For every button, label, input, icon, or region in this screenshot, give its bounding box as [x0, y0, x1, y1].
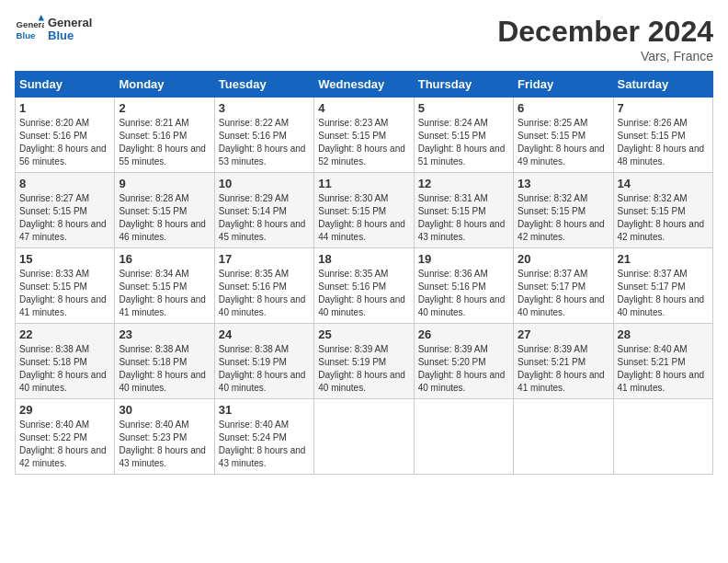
calendar-table: Sunday Monday Tuesday Wednesday Thursday…	[15, 71, 713, 475]
day-number: 10	[219, 177, 310, 190]
day-info: Sunrise: 8:20 AMSunset: 5:16 PMDaylight:…	[19, 117, 110, 168]
day-number: 16	[119, 252, 210, 266]
day-cell: 6Sunrise: 8:25 AMSunset: 5:15 PMDaylight…	[514, 98, 613, 173]
day-number: 30	[119, 403, 210, 417]
day-cell	[613, 399, 712, 475]
day-info: Sunrise: 8:26 AMSunset: 5:15 PMDaylight:…	[618, 117, 709, 168]
col-friday: Friday	[514, 72, 613, 98]
svg-text:Blue: Blue	[17, 30, 36, 40]
day-info: Sunrise: 8:36 AMSunset: 5:16 PMDaylight:…	[418, 268, 509, 319]
day-cell: 31Sunrise: 8:40 AMSunset: 5:24 PMDayligh…	[214, 399, 313, 475]
day-cell: 29Sunrise: 8:40 AMSunset: 5:22 PMDayligh…	[16, 399, 115, 475]
day-info: Sunrise: 8:39 AMSunset: 5:21 PMDaylight:…	[518, 343, 609, 395]
day-cell: 17Sunrise: 8:35 AMSunset: 5:16 PMDayligh…	[214, 248, 313, 324]
day-info: Sunrise: 8:35 AMSunset: 5:16 PMDaylight:…	[219, 268, 310, 319]
day-number: 4	[318, 101, 409, 115]
day-number: 12	[418, 177, 509, 190]
day-info: Sunrise: 8:25 AMSunset: 5:15 PMDaylight:…	[518, 117, 609, 168]
day-number: 5	[418, 101, 509, 115]
day-info: Sunrise: 8:38 AMSunset: 5:18 PMDaylight:…	[19, 343, 110, 395]
col-thursday: Thursday	[414, 72, 513, 98]
day-number: 3	[219, 101, 310, 115]
day-info: Sunrise: 8:32 AMSunset: 5:15 PMDaylight:…	[518, 192, 609, 244]
day-number: 6	[518, 101, 609, 115]
day-info: Sunrise: 8:30 AMSunset: 5:15 PMDaylight:…	[318, 192, 409, 244]
day-cell: 5Sunrise: 8:24 AMSunset: 5:15 PMDaylight…	[414, 98, 513, 173]
day-cell: 8Sunrise: 8:27 AMSunset: 5:15 PMDaylight…	[16, 173, 115, 248]
day-cell: 1Sunrise: 8:20 AMSunset: 5:16 PMDaylight…	[16, 98, 115, 173]
day-cell: 12Sunrise: 8:31 AMSunset: 5:15 PMDayligh…	[414, 173, 513, 248]
day-cell: 20Sunrise: 8:37 AMSunset: 5:17 PMDayligh…	[514, 248, 613, 324]
header-row: Sunday Monday Tuesday Wednesday Thursday…	[16, 72, 713, 98]
day-number: 22	[19, 327, 110, 341]
logo-icon: General Blue	[15, 15, 44, 44]
day-info: Sunrise: 8:27 AMSunset: 5:15 PMDaylight:…	[19, 192, 110, 244]
title-block: December 2024 Vars, France	[497, 15, 713, 63]
day-number: 26	[418, 327, 509, 341]
day-number: 28	[618, 327, 709, 341]
day-info: Sunrise: 8:40 AMSunset: 5:24 PMDaylight:…	[219, 419, 310, 470]
day-info: Sunrise: 8:40 AMSunset: 5:22 PMDaylight:…	[19, 419, 110, 470]
day-cell	[514, 399, 613, 475]
day-number: 19	[418, 252, 509, 266]
logo-blue: Blue	[48, 29, 92, 42]
day-cell: 13Sunrise: 8:32 AMSunset: 5:15 PMDayligh…	[514, 173, 613, 248]
day-cell: 2Sunrise: 8:21 AMSunset: 5:16 PMDaylight…	[115, 98, 214, 173]
day-number: 31	[219, 403, 310, 417]
day-cell: 16Sunrise: 8:34 AMSunset: 5:15 PMDayligh…	[115, 248, 214, 324]
day-info: Sunrise: 8:21 AMSunset: 5:16 PMDaylight:…	[119, 117, 210, 168]
day-cell: 30Sunrise: 8:40 AMSunset: 5:23 PMDayligh…	[115, 399, 214, 475]
week-row-2: 8Sunrise: 8:27 AMSunset: 5:15 PMDaylight…	[16, 173, 713, 248]
week-row-5: 29Sunrise: 8:40 AMSunset: 5:22 PMDayligh…	[16, 399, 713, 475]
day-cell	[314, 399, 414, 475]
col-tuesday: Tuesday	[214, 72, 313, 98]
day-cell: 15Sunrise: 8:33 AMSunset: 5:15 PMDayligh…	[16, 248, 115, 324]
day-info: Sunrise: 8:39 AMSunset: 5:20 PMDaylight:…	[418, 343, 509, 395]
day-cell: 27Sunrise: 8:39 AMSunset: 5:21 PMDayligh…	[514, 324, 613, 399]
col-wednesday: Wednesday	[314, 72, 414, 98]
day-cell	[414, 399, 513, 475]
day-cell: 26Sunrise: 8:39 AMSunset: 5:20 PMDayligh…	[414, 324, 513, 399]
day-number: 15	[19, 252, 110, 266]
day-number: 11	[318, 177, 409, 190]
day-info: Sunrise: 8:24 AMSunset: 5:15 PMDaylight:…	[418, 117, 509, 168]
col-saturday: Saturday	[613, 72, 712, 98]
day-info: Sunrise: 8:22 AMSunset: 5:16 PMDaylight:…	[219, 117, 310, 168]
day-number: 18	[318, 252, 409, 266]
day-info: Sunrise: 8:40 AMSunset: 5:23 PMDaylight:…	[119, 419, 210, 470]
day-info: Sunrise: 8:35 AMSunset: 5:16 PMDaylight:…	[318, 268, 409, 319]
day-info: Sunrise: 8:31 AMSunset: 5:15 PMDaylight:…	[418, 192, 509, 244]
location: Vars, France	[497, 49, 713, 63]
day-cell: 24Sunrise: 8:38 AMSunset: 5:19 PMDayligh…	[214, 324, 313, 399]
svg-marker-2	[39, 15, 44, 20]
day-number: 13	[518, 177, 609, 190]
col-sunday: Sunday	[16, 72, 115, 98]
day-info: Sunrise: 8:38 AMSunset: 5:18 PMDaylight:…	[119, 343, 210, 395]
day-cell: 4Sunrise: 8:23 AMSunset: 5:15 PMDaylight…	[314, 98, 414, 173]
day-cell: 28Sunrise: 8:40 AMSunset: 5:21 PMDayligh…	[613, 324, 712, 399]
day-cell: 19Sunrise: 8:36 AMSunset: 5:16 PMDayligh…	[414, 248, 513, 324]
day-number: 2	[119, 101, 210, 115]
day-cell: 14Sunrise: 8:32 AMSunset: 5:15 PMDayligh…	[613, 173, 712, 248]
day-cell: 11Sunrise: 8:30 AMSunset: 5:15 PMDayligh…	[314, 173, 414, 248]
day-info: Sunrise: 8:32 AMSunset: 5:15 PMDaylight:…	[618, 192, 709, 244]
day-cell: 23Sunrise: 8:38 AMSunset: 5:18 PMDayligh…	[115, 324, 214, 399]
logo-general: General	[48, 17, 92, 29]
day-info: Sunrise: 8:40 AMSunset: 5:21 PMDaylight:…	[618, 343, 709, 395]
day-number: 7	[618, 101, 709, 115]
day-number: 9	[119, 177, 210, 190]
day-number: 27	[518, 327, 609, 341]
day-number: 29	[19, 403, 110, 417]
day-info: Sunrise: 8:37 AMSunset: 5:17 PMDaylight:…	[518, 268, 609, 319]
col-monday: Monday	[115, 72, 214, 98]
day-number: 20	[518, 252, 609, 266]
logo: General Blue General Blue	[15, 15, 92, 44]
week-row-4: 22Sunrise: 8:38 AMSunset: 5:18 PMDayligh…	[16, 324, 713, 399]
day-info: Sunrise: 8:23 AMSunset: 5:15 PMDaylight:…	[318, 117, 409, 168]
day-cell: 25Sunrise: 8:39 AMSunset: 5:19 PMDayligh…	[314, 324, 414, 399]
svg-text:General: General	[17, 19, 44, 29]
day-number: 24	[219, 327, 310, 341]
day-cell: 10Sunrise: 8:29 AMSunset: 5:14 PMDayligh…	[214, 173, 313, 248]
day-info: Sunrise: 8:39 AMSunset: 5:19 PMDaylight:…	[318, 343, 409, 395]
day-cell: 7Sunrise: 8:26 AMSunset: 5:15 PMDaylight…	[613, 98, 712, 173]
